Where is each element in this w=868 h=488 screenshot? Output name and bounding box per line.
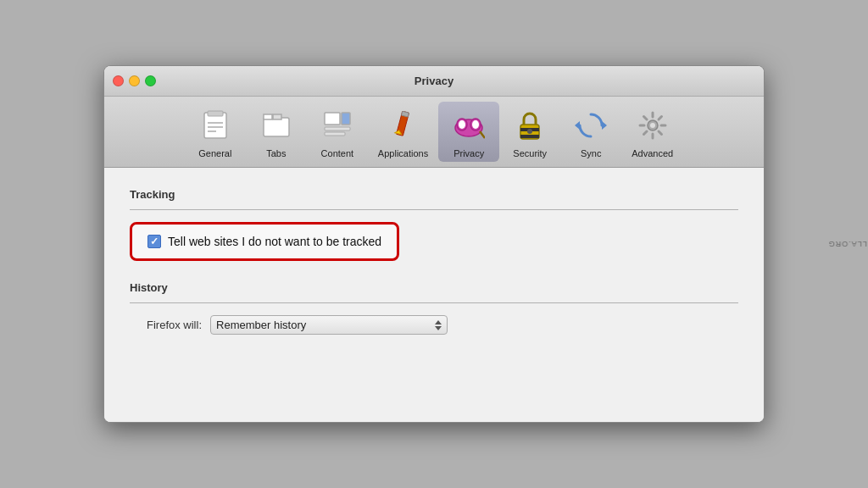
tab-applications[interactable]: Applications bbox=[368, 102, 438, 162]
svg-line-34 bbox=[659, 131, 662, 135]
svg-rect-11 bbox=[342, 113, 350, 125]
tab-privacy[interactable]: Privacy bbox=[438, 102, 499, 162]
do-not-track-label: Tell web sites I do not want to be track… bbox=[168, 235, 381, 248]
general-icon bbox=[195, 105, 236, 146]
tab-advanced[interactable]: Advanced bbox=[621, 102, 683, 162]
security-tab-label: Security bbox=[513, 148, 547, 158]
do-not-track-checkbox[interactable] bbox=[147, 235, 161, 248]
history-section: History Firefox will: Remember history bbox=[130, 281, 738, 335]
svg-point-24 bbox=[527, 129, 532, 134]
svg-point-19 bbox=[472, 120, 479, 129]
advanced-tab-label: Advanced bbox=[632, 148, 673, 158]
watermark: MOZILLA.ORG bbox=[828, 240, 868, 248]
titlebar: Privacy bbox=[104, 66, 764, 97]
security-icon bbox=[509, 105, 550, 146]
svg-line-36 bbox=[643, 131, 647, 135]
history-dropdown[interactable]: Remember history bbox=[210, 315, 448, 335]
sync-tab-label: Sync bbox=[581, 148, 601, 158]
tabs-tab-label: Tabs bbox=[266, 148, 286, 158]
tracking-highlight-box: Tell web sites I do not want to be track… bbox=[130, 222, 399, 261]
privacy-tab-label: Privacy bbox=[453, 148, 484, 158]
svg-rect-6 bbox=[264, 114, 272, 119]
privacy-icon bbox=[448, 105, 489, 146]
svg-rect-5 bbox=[264, 118, 289, 136]
tab-tabs[interactable]: Tabs bbox=[246, 102, 307, 162]
svg-marker-26 bbox=[575, 121, 580, 130]
history-divider bbox=[130, 302, 738, 303]
content-icon bbox=[317, 105, 358, 146]
svg-rect-8 bbox=[325, 113, 340, 125]
history-row: Firefox will: Remember history bbox=[130, 315, 738, 335]
svg-rect-1 bbox=[208, 111, 223, 116]
tracking-section-title: Tracking bbox=[130, 188, 738, 201]
svg-rect-23 bbox=[520, 135, 539, 138]
tab-general[interactable]: General bbox=[185, 102, 246, 162]
content-tab-label: Content bbox=[321, 148, 354, 158]
arrow-up-icon bbox=[435, 320, 442, 324]
svg-line-33 bbox=[643, 117, 647, 120]
svg-point-28 bbox=[650, 123, 655, 128]
tracking-divider bbox=[130, 209, 738, 210]
svg-marker-25 bbox=[602, 121, 607, 130]
do-not-track-row: Tell web sites I do not want to be track… bbox=[147, 235, 381, 248]
firefox-will-label: Firefox will: bbox=[147, 319, 202, 331]
dropdown-arrows bbox=[435, 320, 442, 330]
content-area: Tracking Tell web sites I do not want to… bbox=[104, 168, 764, 422]
history-section-title: History bbox=[130, 281, 738, 294]
history-dropdown-value: Remember history bbox=[216, 319, 306, 331]
tab-security[interactable]: Security bbox=[499, 102, 560, 162]
advanced-icon bbox=[632, 105, 673, 146]
applications-tab-label: Applications bbox=[378, 148, 428, 158]
traffic-lights bbox=[113, 75, 156, 86]
toolbar: General Tabs Co bbox=[104, 97, 764, 168]
svg-rect-7 bbox=[273, 114, 281, 119]
arrow-down-icon bbox=[435, 326, 442, 330]
maximize-button[interactable] bbox=[145, 75, 156, 86]
tab-sync[interactable]: Sync bbox=[560, 102, 621, 162]
svg-line-35 bbox=[659, 117, 662, 120]
svg-rect-9 bbox=[325, 127, 350, 130]
tab-content[interactable]: Content bbox=[307, 102, 368, 162]
svg-rect-10 bbox=[325, 132, 345, 136]
preferences-window: Privacy General bbox=[103, 65, 765, 423]
svg-point-18 bbox=[459, 120, 465, 129]
tabs-icon bbox=[256, 105, 297, 146]
general-tab-label: General bbox=[198, 148, 231, 158]
minimize-button[interactable] bbox=[129, 75, 140, 86]
svg-line-20 bbox=[480, 131, 485, 138]
applications-icon bbox=[383, 105, 424, 146]
close-button[interactable] bbox=[113, 75, 124, 86]
window-title: Privacy bbox=[415, 75, 453, 87]
sync-icon bbox=[570, 105, 611, 146]
